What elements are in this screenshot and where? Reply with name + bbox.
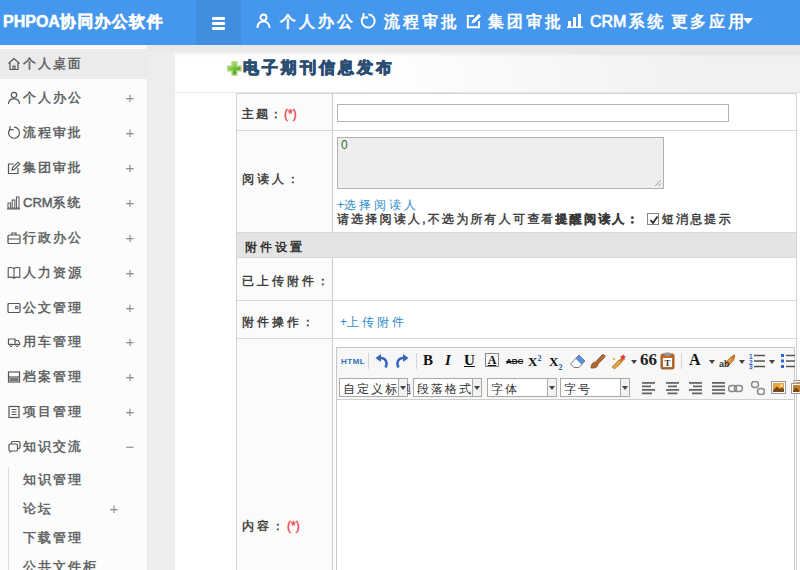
svg-text:ab: ab — [719, 359, 730, 369]
svg-text:3: 3 — [749, 363, 753, 369]
svg-text:T: T — [664, 358, 670, 368]
